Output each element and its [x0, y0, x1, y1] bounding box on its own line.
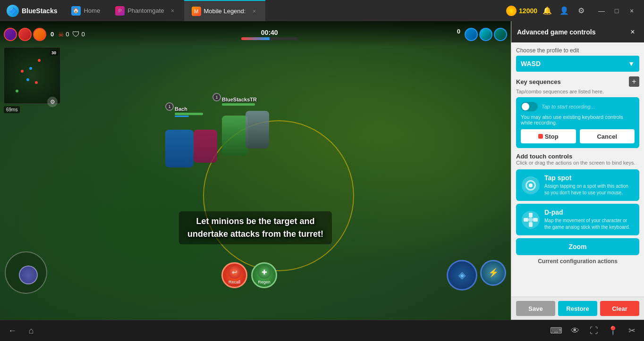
hud-timer: 00:40 — [261, 29, 278, 36]
dpad-icon — [522, 211, 540, 229]
tab-mobilelegends-close[interactable]: × — [250, 8, 258, 15]
dpad-center — [528, 217, 533, 222]
minimap-inner: 30 — [4, 48, 60, 103]
key-sequences-section: Key sequences + Tap/combo sequences are … — [516, 76, 639, 148]
save-button[interactable]: Save — [516, 301, 555, 316]
cancel-button[interactable]: Cancel — [580, 129, 635, 143]
tab-phantomgate[interactable]: P Phantomgate × — [108, 0, 184, 21]
profile-dropdown[interactable]: WASD ▼ — [516, 56, 639, 72]
brand-icon: 🔷 — [7, 5, 19, 17]
battle-text: Let minions be the target and undertake … — [179, 211, 332, 244]
maximize-button[interactable]: □ — [610, 4, 623, 17]
scissors-button[interactable]: ✂ — [624, 323, 639, 338]
character-ally2 — [222, 116, 248, 156]
hud-avatars-left: 0 ☠ 0 🛡 0 — [4, 28, 85, 41]
recording-toggle-row: Tap to start recording... — [521, 102, 635, 111]
tab-phantomgate-close[interactable]: × — [169, 7, 177, 15]
right-skills: ◈ ⚡ — [447, 260, 506, 291]
skill-icons: ↩ Recall ✚ Regen — [221, 262, 277, 288]
recording-placeholder: Tap to start recording... — [542, 104, 635, 109]
settings-button[interactable]: ⚙ — [574, 4, 588, 18]
char1-level: 1 — [165, 102, 174, 111]
add-touch-subtitle: Click or drag the actions on the screen … — [516, 160, 639, 166]
account-button[interactable]: 👤 — [557, 4, 571, 18]
fullscreen-button[interactable]: ⛶ — [586, 323, 602, 338]
brand-label: BlueStacks — [22, 7, 57, 15]
avatar-enemy-1 — [4, 28, 17, 41]
char2-level: 1 — [212, 93, 221, 101]
minimap-dot-enemy3 — [35, 81, 38, 84]
panel-close-button[interactable]: × — [627, 26, 638, 38]
minimap-level: 30 — [50, 50, 58, 56]
dpad-desc: Map the movement of your character or th… — [544, 217, 634, 231]
right-panel: Advanced game controls × Choose the prof… — [511, 21, 644, 320]
dpad-down — [529, 222, 533, 227]
eye-button[interactable]: 👁 — [568, 323, 583, 338]
connection-info: 69ms — [4, 106, 20, 113]
key-sequences-subtitle: Tap/combo sequences are listed here. — [516, 89, 639, 94]
character-ally1 — [165, 130, 194, 167]
panel-bottom: Save Restore Clear — [511, 297, 644, 320]
joystick-outer — [5, 251, 47, 294]
tap-spot-card[interactable]: Tap spot Assign tapping on a spot with t… — [516, 169, 639, 201]
touch-controls-section: Add touch controls Click or drag the act… — [516, 153, 639, 266]
right-skill-2[interactable]: ⚡ — [480, 260, 506, 286]
tab-home[interactable]: 🏠 Home — [64, 0, 108, 21]
clear-button[interactable]: Clear — [600, 301, 639, 316]
profile-value: WASD — [521, 60, 541, 67]
home-button[interactable]: ⌂ — [24, 323, 39, 338]
add-touch-title: Add touch controls — [516, 153, 639, 160]
skill1-icon: ◈ — [458, 269, 466, 281]
key-sequences-title: Key sequences — [516, 78, 561, 85]
avatar-ally-3 — [494, 28, 507, 41]
char1-mana-bar — [175, 116, 189, 117]
tab-mobilelegends[interactable]: M Mobile Legend: × — [184, 0, 266, 21]
recording-hint: You may also use existing keyboard contr… — [521, 114, 635, 125]
tab-home-icon: 🏠 — [71, 6, 81, 16]
restore-button[interactable]: Restore — [558, 301, 597, 316]
skill-recall[interactable]: ↩ Recall — [221, 262, 247, 288]
in-game-settings-icon[interactable]: ⚙ — [47, 97, 58, 107]
tab-mobilelegends-label: Mobile Legend: — [204, 8, 246, 15]
avatar-enemy-2 — [18, 28, 32, 41]
keyboard-button[interactable]: ⌨ — [549, 323, 564, 338]
zoom-card[interactable]: Zoom — [516, 238, 639, 255]
back-button[interactable]: ← — [5, 323, 20, 338]
stop-button[interactable]: Stop — [521, 129, 576, 143]
dpad-card[interactable]: D-pad Map the movement of your character… — [516, 204, 639, 235]
profile-label: Choose the profile to edit — [516, 47, 639, 54]
minimap-dot-self — [16, 90, 18, 92]
score-bar — [241, 37, 298, 40]
char2-nameplate: BlueStacksTR 1 — [222, 97, 257, 106]
dpad-up — [529, 213, 533, 217]
shield-icon: 🛡 — [72, 30, 80, 39]
skill-regen[interactable]: ✚ Regen — [251, 262, 277, 288]
main-content: 0 ☠ 0 🛡 0 00:40 0 — [0, 21, 644, 320]
regen-icon: ✚ — [258, 266, 271, 279]
char1-name: Bach — [175, 106, 203, 112]
joystick-area[interactable] — [5, 251, 52, 299]
score-right: 0 — [457, 28, 460, 41]
hud-avatars-right: 0 — [454, 28, 507, 41]
location-button[interactable]: 📍 — [605, 323, 620, 338]
profile-dropdown-arrow: ▼ — [628, 60, 635, 67]
notification-button[interactable]: 🔔 — [540, 4, 554, 18]
add-sequence-button[interactable]: + — [629, 76, 639, 87]
char1-nameplate: Bach 1 — [175, 106, 203, 117]
char1-health-bar — [175, 113, 203, 115]
tap-spot-icon — [522, 176, 540, 194]
recording-toggle[interactable] — [521, 102, 538, 111]
hud-center: 00:40 — [241, 29, 298, 40]
game-area: 0 ☠ 0 🛡 0 00:40 0 — [0, 21, 511, 320]
panel-title: Advanced game controls — [517, 28, 596, 36]
minimize-button[interactable]: — — [595, 4, 608, 17]
char2-name: BlueStacksTR — [222, 97, 257, 102]
tab-mobilelegends-icon: M — [192, 7, 201, 16]
tab-phantomgate-label: Phantomgate — [127, 7, 164, 14]
right-skill-1[interactable]: ◈ — [447, 260, 477, 291]
close-button[interactable]: × — [625, 4, 638, 17]
coins-icon: ● — [506, 6, 517, 16]
joystick-inner — [19, 266, 38, 284]
zoom-label: Zoom — [568, 243, 586, 250]
recording-actions: Stop Cancel — [521, 129, 635, 143]
